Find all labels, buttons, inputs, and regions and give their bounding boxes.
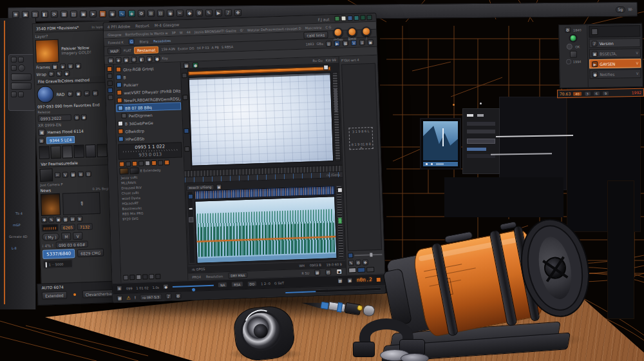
tb3-chip[interactable]: 1 01 02 xyxy=(136,286,148,290)
playhead-dot[interactable] xyxy=(192,288,195,291)
strip-thumb[interactable] xyxy=(155,274,160,279)
menu-item[interactable]: Jassia BRONSAVIT! Gastre xyxy=(194,28,236,34)
menu-item[interactable]: 44 xyxy=(186,30,191,34)
waveform-popout-icon[interactable]: ▣ xyxy=(216,184,222,190)
ir-btn[interactable]: ◧ xyxy=(138,56,144,62)
wave-scroll-top[interactable] xyxy=(337,188,343,193)
mirror-icon[interactable]: ⊟ xyxy=(157,10,164,17)
pages-icon[interactable]: ▤ xyxy=(70,10,77,17)
menu-item[interactable]: 4 PFI Adobe xyxy=(108,24,131,29)
undo-icon[interactable]: ⟳ xyxy=(51,11,58,18)
wrap-icon3[interactable]: ◆ xyxy=(64,70,70,76)
material-thumb[interactable] xyxy=(341,15,346,21)
texture-thumb[interactable] xyxy=(39,146,50,159)
tree-item[interactable]: HPwGBSb xyxy=(117,133,182,143)
primary-blue-button[interactable]: 5337/6840 xyxy=(43,249,75,259)
orange-mode-chip[interactable]: Restamat xyxy=(134,46,159,54)
bezel-btn-wide[interactable] xyxy=(11,83,32,90)
node-graph-area[interactable]: 3 1 9 8 6 L 8 1 9 01 8 8 6 xyxy=(341,63,382,251)
texture-thumb[interactable] xyxy=(62,145,73,159)
viewport-corner-btn[interactable] xyxy=(323,64,328,70)
viewport-chip-a[interactable]: Ru-Gu xyxy=(312,59,323,63)
app-menu-icon[interactable]: ≣ xyxy=(12,11,19,18)
side-btn[interactable]: ✥ xyxy=(363,259,368,265)
news-thumbnail[interactable] xyxy=(41,193,61,216)
side-thumb[interactable] xyxy=(348,268,356,273)
pin-icon[interactable]: ◆ xyxy=(186,10,193,17)
strip-thumb[interactable] xyxy=(136,275,141,280)
material-thumb[interactable] xyxy=(354,15,359,21)
material-teal-icon[interactable]: ◈ xyxy=(128,10,135,17)
rp-header-chip[interactable] xyxy=(591,28,598,35)
waveform-display[interactable] xyxy=(194,196,337,264)
side-thumb[interactable] xyxy=(366,267,374,272)
tb4-btn[interactable]: ♪ xyxy=(166,293,171,299)
render-icon[interactable]: ◉ xyxy=(167,10,174,17)
rp-square-btn[interactable] xyxy=(570,51,577,58)
transport-chip[interactable]: PRO4 xyxy=(192,275,201,278)
strip-chip-orange[interactable] xyxy=(106,66,111,72)
transport-chip[interactable]: WH xyxy=(299,264,305,268)
mini-waveform-chip[interactable] xyxy=(42,224,59,232)
tb3-orange-chip[interactable] xyxy=(376,277,381,282)
rpb-chip[interactable]: 9 xyxy=(602,90,609,95)
menu-item[interactable]: Resturt xyxy=(135,23,149,28)
strip-chip[interactable] xyxy=(108,95,113,100)
grid-icon[interactable]: ▤ xyxy=(92,90,98,95)
menu-item[interactable]: 3P xyxy=(171,30,175,34)
toolbar-right-pill[interactable]: 5g xyxy=(615,6,625,12)
seq-chip[interactable] xyxy=(158,160,163,165)
bezel-btn[interactable] xyxy=(11,57,17,63)
transport-chip[interactable]: 19-0 60 9 xyxy=(327,262,342,267)
menu-item[interactable]: G' xyxy=(240,28,243,32)
vp-btn[interactable]: ▦ xyxy=(184,62,189,68)
seq-chip[interactable] xyxy=(138,161,144,166)
side-btn[interactable]: ⚙ xyxy=(355,260,361,266)
tool-btn-2[interactable]: ✎ xyxy=(48,217,54,222)
tb3-chip-do[interactable]: DO xyxy=(247,280,257,287)
tb3-chip-na[interactable]: NA xyxy=(218,282,227,288)
sphere-thumbnail[interactable] xyxy=(37,86,54,103)
menu-item[interactable]: Bterg xyxy=(140,39,149,43)
frames-icon2[interactable]: ◈ xyxy=(60,63,66,69)
tp-btn[interactable]: ▣ xyxy=(336,269,342,275)
rpb-chip[interactable]: 40 xyxy=(573,91,582,96)
map-chip[interactable]: MAP xyxy=(108,48,121,55)
bezel-dial[interactable] xyxy=(18,64,25,72)
side-chip-blue[interactable] xyxy=(348,253,353,258)
frames-icon4[interactable]: ◉ xyxy=(75,63,81,69)
texture-thumb[interactable] xyxy=(50,146,61,159)
wrap-icon[interactable]: ⟳ xyxy=(48,71,54,77)
tb3-chip[interactable]: 099 xyxy=(126,286,133,290)
var-icon-1[interactable]: ✂ xyxy=(55,171,61,177)
layer-thumbnail[interactable] xyxy=(35,39,59,63)
toolbar-item[interactable]: A PB xyxy=(211,45,219,49)
tb3-chip-rsa[interactable]: RSA xyxy=(231,281,243,288)
texture-thumb[interactable] xyxy=(97,144,108,157)
menu-item[interactable]: C G xyxy=(325,25,331,29)
menu-item[interactable]: M-4 Glasgow xyxy=(155,22,180,27)
range-chip[interactable]: 1 -- 5000 xyxy=(43,259,73,269)
doc-icon[interactable]: ▣ xyxy=(80,10,87,17)
menu-item[interactable]: Resadobes xyxy=(153,38,171,43)
knob-high[interactable] xyxy=(333,28,343,38)
frames-icon[interactable]: ▦ xyxy=(52,64,58,70)
texture-icon[interactable]: ▦ xyxy=(99,10,106,17)
green-dial[interactable] xyxy=(569,34,577,43)
texture-thumb[interactable] xyxy=(73,145,84,159)
grid-toggle-icon[interactable]: ▦ xyxy=(117,295,122,301)
rp-row-version[interactable]: ♪ Version xyxy=(589,38,641,48)
save-icon[interactable]: ◧ xyxy=(41,11,48,18)
rpb-chip[interactable]: 6 xyxy=(593,91,600,96)
snap-icon[interactable]: ⊞ xyxy=(147,10,155,17)
var-icon-4[interactable]: ⊞ xyxy=(78,171,84,177)
material-thumb[interactable] xyxy=(347,15,352,21)
strip-chip[interactable] xyxy=(107,81,112,86)
menu-item[interactable]: Mascrotriz xyxy=(305,25,321,30)
tool-btn-6[interactable]: ≣ xyxy=(77,216,82,222)
tool-btn-3[interactable]: ▣ xyxy=(55,217,61,222)
seq-chip[interactable] xyxy=(145,161,150,166)
strip-chip-blue[interactable] xyxy=(108,88,113,93)
seq-chip[interactable] xyxy=(164,160,169,165)
transport-chip[interactable]: 0903 B xyxy=(310,263,321,268)
